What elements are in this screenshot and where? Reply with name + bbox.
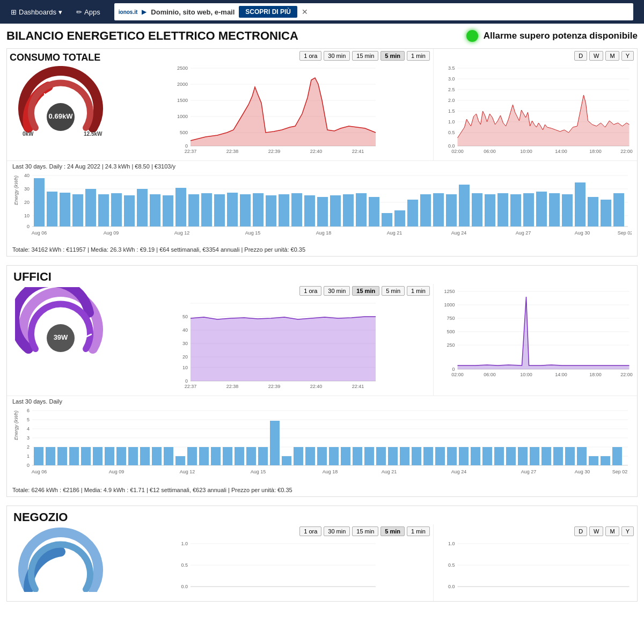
svg-rect-177 — [164, 447, 173, 465]
svg-rect-96 — [562, 194, 573, 226]
svg-text:5: 5 — [27, 417, 30, 422]
negozio-realtime-svg: 0.0 0.5 1.0 — [118, 538, 430, 597]
negozio-section: NEGOZIO 1 ora 30 min 15 min 5 — [6, 506, 638, 602]
svg-rect-208 — [530, 447, 539, 465]
negozio-alarm-btn-M[interactable]: M — [605, 526, 619, 536]
svg-text:Aug 24: Aug 24 — [451, 230, 467, 236]
svg-text:0.0: 0.0 — [181, 584, 188, 589]
svg-rect-64 — [150, 194, 160, 226]
svg-rect-77 — [317, 197, 328, 226]
negozio-time-buttons: 1 ora 30 min 15 min 5 min 1 min — [118, 526, 430, 536]
svg-text:22:37: 22:37 — [185, 149, 197, 154]
uffici-time-btn-30min[interactable]: 30 min — [324, 286, 350, 296]
alarm-btn-Y[interactable]: Y — [621, 51, 634, 61]
svg-text:750: 750 — [447, 316, 455, 321]
negozio-time-btn-30min[interactable]: 30 min — [324, 526, 350, 536]
svg-text:40: 40 — [24, 173, 30, 178]
svg-rect-180 — [199, 447, 209, 465]
svg-rect-68 — [201, 193, 212, 226]
negozio-time-btn-5min[interactable]: 5 min — [380, 526, 405, 536]
negozio-left-panel — [7, 524, 114, 601]
uffici-gauge: 39W — [15, 287, 106, 365]
negozio-alarm-btn-W[interactable]: W — [589, 526, 603, 536]
svg-rect-202 — [459, 447, 469, 465]
negozio-time-btn-1min[interactable]: 1 min — [407, 526, 430, 536]
consumo-charts-container: 1 ora 30 min 15 min 5 min 1 min — [114, 49, 637, 160]
dashboards-label: Dashboards — [19, 8, 56, 16]
uffici-realtime-svg: 0 10 20 30 40 50 22:37 22:38 22:39 22:40 — [118, 298, 430, 392]
svg-rect-100 — [613, 193, 624, 226]
svg-text:Aug 27: Aug 27 — [521, 469, 537, 474]
svg-text:02:00: 02:00 — [451, 372, 464, 377]
apps-icon: ✏ — [76, 8, 82, 16]
svg-text:2500: 2500 — [177, 65, 188, 71]
ad-cta-button[interactable]: SCOPRI DI PIÙ — [239, 6, 297, 18]
svg-text:22:38: 22:38 — [226, 384, 239, 389]
svg-text:0.0: 0.0 — [448, 584, 455, 589]
svg-text:22:37: 22:37 — [185, 384, 197, 389]
consumo-totale-label: CONSUMO TOTALE — [7, 52, 100, 63]
svg-text:2000: 2000 — [177, 82, 188, 87]
page-title-row: BILANCIO ENERGETICO ELETTRICO MECTRONICA… — [6, 29, 638, 43]
consumo-alarm-chart-box: D W M Y — [433, 49, 637, 160]
uffici-time-btn-1min[interactable]: 1 min — [407, 286, 430, 296]
time-btn-1ora[interactable]: 1 ora — [299, 51, 321, 61]
negozio-top-row: 1 ora 30 min 15 min 5 min 1 min 0.0 0.5 … — [7, 524, 637, 601]
svg-rect-206 — [506, 447, 516, 465]
negozio-time-btn-15min[interactable]: 15 min — [352, 526, 378, 536]
ad-close-button[interactable]: ✕ — [302, 8, 308, 16]
svg-rect-175 — [140, 447, 150, 465]
alarm-label: Allarme supero potenza disponibile — [484, 31, 638, 41]
svg-rect-168 — [57, 447, 67, 465]
svg-rect-84 — [407, 200, 418, 226]
negozio-gauge-partial — [15, 528, 106, 592]
negozio-alarm-btn-Y[interactable]: Y — [621, 526, 634, 536]
ad-logo: ionos.it — [119, 9, 138, 15]
alarm-btn-D[interactable]: D — [574, 51, 587, 61]
svg-text:Aug 30: Aug 30 — [575, 230, 590, 236]
time-btn-1min[interactable]: 1 min — [407, 51, 430, 61]
svg-rect-63 — [137, 189, 148, 226]
svg-rect-192 — [341, 447, 350, 465]
time-btn-30min[interactable]: 30 min — [324, 51, 350, 61]
svg-text:1000: 1000 — [444, 302, 455, 308]
svg-text:0: 0 — [185, 143, 188, 149]
consumo-top-row: CONSUMO TOTALE 0.69kW — [7, 49, 637, 160]
apps-button[interactable]: ✏ Apps — [71, 5, 106, 19]
svg-text:10:00: 10:00 — [520, 149, 532, 154]
svg-rect-58 — [72, 194, 83, 226]
svg-rect-187 — [282, 456, 291, 465]
svg-text:0: 0 — [185, 378, 188, 384]
time-btn-15min[interactable]: 15 min — [352, 51, 378, 61]
svg-text:20: 20 — [24, 200, 30, 205]
uffici-time-btn-15min[interactable]: 15 min — [352, 286, 379, 296]
svg-rect-78 — [330, 195, 341, 226]
negozio-alarm-btn-D[interactable]: D — [574, 526, 587, 536]
svg-text:10: 10 — [182, 365, 188, 370]
svg-rect-170 — [81, 447, 91, 465]
svg-rect-210 — [553, 447, 563, 465]
dashboards-button[interactable]: ⊞ Dashboards ▾ — [5, 5, 68, 19]
svg-rect-73 — [266, 195, 276, 226]
ad-text: Dominio, sito web, e-mail — [151, 8, 235, 16]
alarm-btn-W[interactable]: W — [589, 51, 603, 61]
svg-text:20: 20 — [182, 354, 188, 360]
negozio-time-btn-1ora[interactable]: 1 ora — [299, 526, 321, 536]
ad-arrow-icon: ▶ — [142, 8, 147, 16]
apps-label: Apps — [84, 8, 100, 16]
alarm-btn-M[interactable]: M — [605, 51, 619, 61]
negozio-alarm-svg: 0.0 0.5 1.0 — [437, 538, 634, 597]
negozio-alarm-time-buttons: D W M Y — [437, 526, 634, 536]
svg-rect-201 — [447, 447, 457, 465]
svg-text:Aug 21: Aug 21 — [387, 230, 402, 236]
time-btn-5min[interactable]: 5 min — [380, 51, 405, 61]
svg-text:18:00: 18:00 — [589, 149, 602, 154]
svg-text:Aug 09: Aug 09 — [104, 230, 119, 236]
uffici-title: UFFICI — [7, 266, 637, 284]
svg-text:3.0: 3.0 — [448, 76, 455, 82]
uffici-time-btn-5min[interactable]: 5 min — [382, 286, 405, 296]
svg-rect-167 — [46, 447, 55, 465]
svg-text:39W: 39W — [54, 333, 68, 341]
uffici-time-btn-1ora[interactable]: 1 ora — [299, 286, 321, 296]
svg-rect-83 — [394, 210, 405, 226]
